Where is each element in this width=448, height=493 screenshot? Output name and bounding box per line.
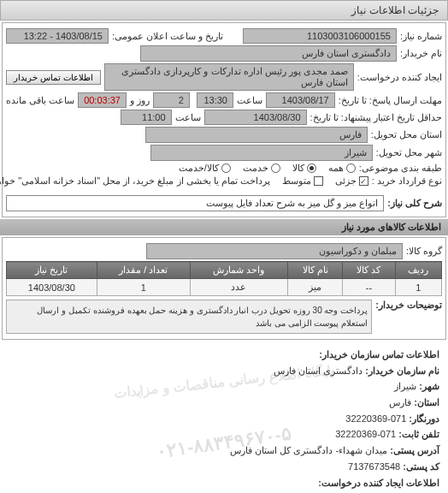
- deadline-reply-time: 13:30: [197, 92, 233, 108]
- fax-value: 071-32220369: [345, 413, 406, 424]
- check-medium[interactable]: متوسط: [282, 175, 323, 187]
- address-label: آدرس پستی:: [390, 445, 439, 455]
- announce-field: 1403/08/15 - 13:22: [6, 28, 109, 44]
- contract-type-label: نوع قرارداد خرید :: [372, 175, 442, 187]
- goods-section-header: اطلاعات کالاهای مورد نیاز: [0, 219, 448, 235]
- td-qty: 1: [97, 279, 190, 296]
- days-left-label: روز و: [130, 95, 150, 106]
- radio-service[interactable]: خدمت: [243, 163, 280, 174]
- goods-table: ردیف کد کالا نام کالا واحد شمارش تعداد /…: [6, 261, 442, 296]
- province2-label: استان:: [414, 397, 439, 407]
- deadline-reply-date: 1403/08/17: [266, 92, 335, 108]
- contact-buyer-button[interactable]: اطلاعات تماس خریدار: [6, 70, 101, 85]
- city-label: شهر محل تحویل:: [376, 147, 442, 158]
- contact-info-section: پایگاه اطلاع رسانی مناقصات و مزایدات ۰۲۱…: [0, 342, 448, 493]
- req-no-field: 1103003106000155: [243, 28, 397, 44]
- fax-label: دورنگار:: [409, 413, 439, 424]
- province-label: استان محل تحویل:: [371, 129, 442, 140]
- time-label-1: ساعت: [237, 95, 262, 106]
- radio-goods-service[interactable]: کالا/خدمت: [179, 163, 231, 174]
- org-label: نام سازمان خریدار:: [365, 365, 439, 376]
- city-field: شیراز: [150, 145, 373, 161]
- check-small[interactable]: جزئی: [335, 175, 368, 187]
- address-value: میدان شهداء- دادگستری کل استان فارس: [230, 445, 387, 455]
- td-index: 1: [395, 279, 441, 296]
- td-code: --: [343, 279, 395, 296]
- buyer-name-label: نام خریدار:: [400, 48, 442, 59]
- credit-time-field: 11:00: [121, 110, 172, 125]
- buyer-name-field: دادگستری استان فارس: [140, 45, 397, 62]
- buyer-notes-label: توضیحات خریدار:: [375, 300, 442, 311]
- org-value: دادگستری استان فارس: [274, 365, 363, 376]
- table-row[interactable]: 1 -- میز عدد 1 1403/08/30: [7, 279, 442, 296]
- need-desc-field: انواع میز و گل میز به شرح تعداد فایل پیو…: [6, 195, 384, 211]
- phone-label: تلفن ثابت:: [398, 429, 439, 439]
- goods-group-label: گروه کالا:: [406, 246, 442, 257]
- province2-value: فارس: [389, 397, 411, 407]
- category-label: طبقه بندی موضوعی:: [359, 163, 442, 174]
- contract-type-group: جزئی متوسط: [282, 175, 368, 187]
- announce-label: تاریخ و ساعت اعلان عمومی:: [112, 31, 223, 42]
- creator-field: صمد مجدی پور رئیس اداره تدارکات و کارپرد…: [104, 63, 354, 91]
- deadline-reply-label: مهلت ارسال پاسخ: تا تاریخ:: [339, 95, 442, 106]
- radio-goods[interactable]: کالا: [292, 163, 316, 174]
- time-left-label: ساعت باقی مانده: [6, 95, 74, 106]
- th-unit: واحد شمارش: [190, 262, 287, 279]
- th-date: تاریخ نیاز: [7, 262, 97, 279]
- credit-date-field: 1403/08/30: [204, 110, 307, 125]
- th-name: نام کالا: [287, 262, 342, 279]
- tab-header: جزئیات اطلاعات نیاز: [0, 0, 448, 21]
- time-left-field: 00:03:37: [78, 92, 127, 108]
- city2-label: شهر:: [419, 381, 439, 391]
- td-date: 1403/08/30: [7, 279, 97, 296]
- th-code: کد کالا: [343, 262, 395, 279]
- goods-group-field: مبلمان و دکوراسیون: [146, 243, 403, 259]
- contact-title: اطلاعات تماس سازمان خریدار:: [319, 349, 439, 359]
- td-name: میز: [287, 279, 342, 296]
- creator-title: اطلاعات ایجاد کننده درخواست:: [318, 478, 439, 488]
- time-label-2: ساعت: [175, 112, 201, 123]
- goods-section: گروه کالا: مبلمان و دکوراسیون ردیف کد کا…: [2, 237, 446, 340]
- table-header-row: ردیف کد کالا نام کالا واحد شمارش تعداد /…: [7, 262, 442, 279]
- req-no-label: شماره نیاز:: [400, 31, 442, 42]
- radio-all[interactable]: همه: [328, 163, 356, 174]
- td-unit: عدد: [190, 279, 287, 296]
- th-index: ردیف: [395, 262, 441, 279]
- buyer-notes-field: پرداخت وجه 30 روزه تحویل درب انبار دادگس…: [6, 300, 372, 334]
- contract-note: پرداخت تمام یا بخشی از مبلغ خرید، از محل…: [0, 175, 270, 187]
- th-qty: تعداد / مقدار: [97, 262, 190, 279]
- main-form: شماره نیاز: 1103003106000155 تاریخ و ساع…: [2, 22, 446, 217]
- days-left-field: 2: [153, 92, 190, 108]
- tab-title: جزئیات اطلاعات نیاز: [351, 4, 439, 16]
- postal-label: کد پستی:: [403, 461, 439, 472]
- need-desc-label: شرح کلی نیاز:: [387, 198, 442, 209]
- postal-value: 7137673548: [348, 461, 400, 472]
- credit-label: حداقل تاریخ اعتبار پیشنهاد: تا تاریخ:: [310, 112, 442, 123]
- province-field: فارس: [145, 127, 368, 143]
- phone-value: 071-32220369: [335, 429, 396, 439]
- city2-value: شیراز: [394, 381, 416, 391]
- creator-label: ایجاد کننده درخواست:: [357, 72, 442, 83]
- category-radio-group: همه کالا خدمت کالا/خدمت: [179, 163, 356, 174]
